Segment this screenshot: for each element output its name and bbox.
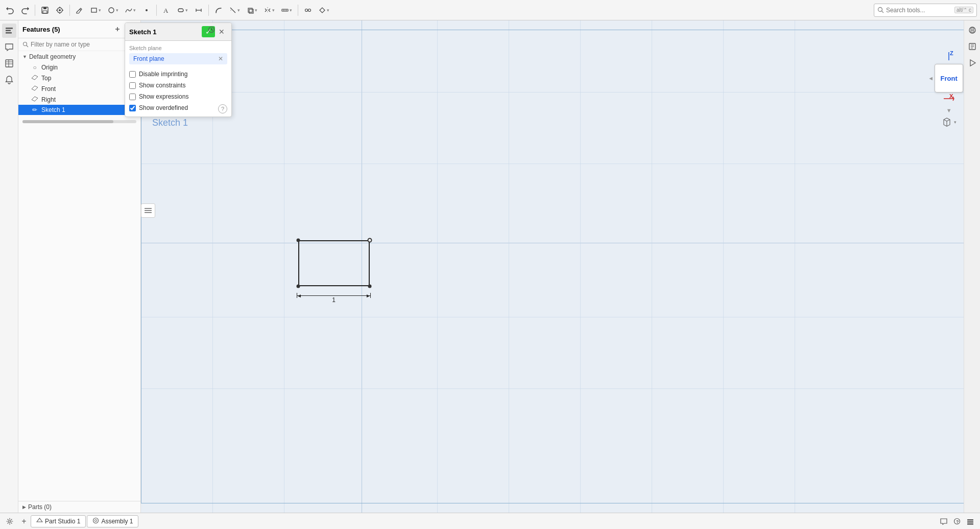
grid-line (141, 388, 980, 389)
left-arrow-icon: ◄ (297, 293, 302, 298)
copy-tool-button[interactable]: ▾ (244, 3, 260, 17)
svg-line-54 (947, 120, 950, 121)
main-toolbar: ▾ ▾ ▾ A ▾ ▾ (0, 0, 980, 20)
sketch-panel-header: Sketch 1 ✓ ✕ (125, 23, 231, 41)
text-tool-button[interactable]: A (159, 3, 174, 17)
features-icon[interactable] (2, 24, 16, 38)
grid-line (795, 20, 795, 513)
sketch-rectangle[interactable] (298, 240, 370, 286)
svg-rect-72 (967, 521, 973, 523)
x-axis-icon: X (941, 94, 957, 104)
show-expressions-checkbox[interactable] (129, 94, 136, 100)
custom-tables-icon[interactable] (2, 56, 16, 71)
show-overdefined-label: Show overdefined (139, 104, 188, 111)
mirror-tool-button[interactable]: ▾ (261, 3, 278, 17)
comments-icon[interactable] (2, 40, 16, 54)
transform-button[interactable]: ▾ (316, 3, 332, 17)
show-overdefined-checkbox[interactable] (129, 105, 136, 111)
feedback-button[interactable] (938, 516, 949, 527)
annotations-button[interactable] (966, 24, 979, 37)
filter-row (18, 38, 140, 51)
svg-text:Z: Z (950, 51, 953, 56)
fillet-tool-button[interactable] (211, 3, 226, 17)
nav-down-arrow[interactable]: ▼ (946, 107, 952, 113)
toolbar-save-group (38, 3, 67, 17)
bottom-settings-button[interactable] (4, 516, 15, 527)
feature-origin[interactable]: ○ Origin (18, 62, 140, 73)
spline-tool-button[interactable]: ▾ (122, 3, 139, 17)
properties-button[interactable] (966, 40, 979, 53)
svg-rect-33 (6, 30, 11, 32)
option-show-constraints[interactable]: Show constraints (129, 81, 227, 90)
trim-tool-button[interactable]: ▾ (226, 3, 243, 17)
sketch-tool-button[interactable] (73, 3, 87, 17)
sketch-help-button[interactable]: ? (218, 104, 227, 113)
add-feature-button[interactable] (112, 24, 123, 35)
save-button[interactable] (38, 3, 52, 17)
plane-icon (31, 74, 39, 82)
notifications-icon[interactable] (2, 73, 16, 87)
svg-marker-64 (970, 60, 975, 66)
toolbar-text-group: A ▾ (159, 3, 206, 17)
svg-text:X: X (949, 94, 953, 99)
filter-input[interactable] (31, 41, 136, 48)
help-button[interactable]: ? (951, 516, 963, 527)
show-constraints-checkbox[interactable] (129, 82, 136, 89)
option-show-expressions[interactable]: Show expressions (129, 92, 227, 101)
mini-panel-button[interactable] (141, 203, 155, 218)
feature-sketch1[interactable]: ✏ Sketch 1 (18, 105, 140, 115)
point-tool-button[interactable] (139, 3, 154, 17)
tab-assembly-label: Assembly 1 (101, 518, 133, 525)
undo-button[interactable] (3, 3, 17, 17)
rectangle-tool-button[interactable]: ▾ (87, 3, 104, 17)
nav-cube-face[interactable]: Front (935, 64, 963, 93)
slot-tool-button[interactable]: ▾ (174, 3, 191, 17)
constraints-button[interactable] (301, 3, 315, 17)
sketch-plane-value[interactable]: Front plane ✕ (129, 53, 227, 64)
settings2-button[interactable] (965, 516, 976, 527)
grid-line (141, 92, 980, 93)
tab-assembly[interactable]: Assembly 1 (87, 515, 138, 527)
features-list: ▼ Default geometry ○ Origin Top (18, 51, 140, 501)
dimension-tool-button[interactable] (192, 3, 206, 17)
parts-header[interactable]: ▶ Parts (0) (18, 501, 140, 513)
svg-rect-1 (43, 7, 46, 9)
tab-part-studio[interactable]: Part Studio 1 (31, 515, 86, 527)
nav-cube-face-label: Front (941, 75, 958, 82)
sketch-plane-label: Sketch plane (129, 45, 227, 51)
disable-imprinting-checkbox[interactable] (129, 71, 136, 78)
circle-tool-button[interactable]: ▾ (105, 3, 122, 17)
sketch-cancel-button[interactable]: ✕ (216, 26, 227, 37)
viewport[interactable]: Front Sketch 1 ◄ ► 1 (141, 20, 980, 513)
disable-imprinting-label: Disable imprinting (139, 71, 187, 78)
sep2 (69, 5, 70, 16)
pencil-icon: ✏ (31, 106, 39, 113)
option-show-overdefined[interactable]: Show overdefined (129, 103, 227, 112)
search-input[interactable] (886, 7, 952, 14)
sketch-corner-bl (297, 285, 300, 288)
add-tab-button[interactable]: + (18, 516, 30, 527)
redo-button[interactable] (18, 3, 32, 17)
sketch-plane-clear-button[interactable]: ✕ (218, 55, 223, 62)
sketch-panel: Sketch 1 ✓ ✕ Sketch plane Front plane ✕ … (125, 22, 232, 117)
svg-rect-35 (6, 60, 13, 67)
option-disable-imprinting[interactable]: Disable imprinting (129, 70, 227, 79)
sketch-plane-text: Front plane (133, 55, 164, 62)
nav-left-arrow[interactable]: ◄ (928, 75, 934, 81)
parts-chevron-icon: ▶ (22, 504, 26, 510)
simulation-button[interactable] (966, 56, 979, 70)
assembly-icon (92, 517, 99, 525)
default-geometry-header[interactable]: ▼ Default geometry (18, 51, 140, 62)
render-button[interactable] (53, 3, 67, 17)
sketch-clock-button[interactable] (208, 26, 215, 35)
svg-rect-14 (178, 9, 183, 12)
feature-right[interactable]: Right (18, 94, 140, 105)
grid-line (141, 317, 980, 317)
sep4 (208, 5, 209, 16)
origin-label: Origin (41, 64, 58, 71)
svg-line-43 (27, 45, 29, 48)
feature-front[interactable]: Front (18, 83, 140, 94)
view-cube-3d[interactable]: ▾ (941, 117, 957, 128)
measure-tool-button[interactable]: ▾ (278, 3, 295, 17)
feature-top[interactable]: Top (18, 73, 140, 83)
